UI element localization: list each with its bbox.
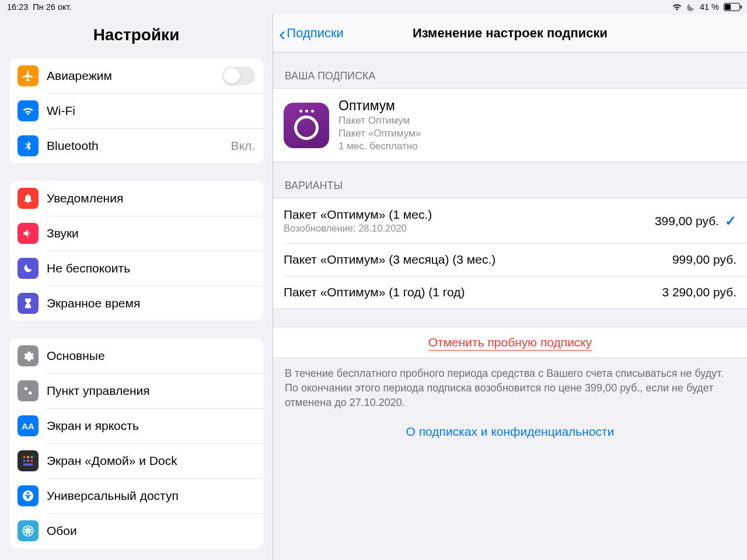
option-price: 3 290,00 руб. (662, 285, 736, 299)
aa-icon: AA (18, 415, 39, 436)
bell-icon (18, 188, 39, 209)
subscription-line3: 1 мес. бесплатно (338, 141, 421, 152)
sidebar-item-label: Bluetooth (47, 139, 99, 153)
option-row[interactable]: Пакет «Оптимум» (1 год) (1 год)3 290,00 … (273, 276, 747, 309)
cancel-panel: Отменить пробную подписку (273, 327, 747, 358)
cancel-trial-button[interactable]: Отменить пробную подписку (428, 335, 592, 351)
svg-rect-4 (31, 456, 33, 459)
sidebar-item-label: Уведомления (47, 191, 123, 205)
sidebar-item-label: Экранное время (47, 296, 140, 310)
sidebar-item-bell[interactable]: Уведомления (9, 181, 263, 216)
sidebar-item-detail: Вкл. (231, 139, 255, 153)
sidebar-item-speaker[interactable]: Звуки (9, 216, 263, 251)
sidebar-item-label: Экран и яркость (47, 419, 139, 433)
wifi-icon (18, 100, 39, 121)
moon-icon (18, 258, 39, 279)
speaker-icon (18, 223, 39, 244)
status-time: 16:23 (7, 2, 28, 12)
sidebar-item-flower[interactable]: Обои (9, 513, 263, 548)
footer-note: В течение бесплатного пробного периода с… (273, 358, 747, 411)
option-title: Пакет «Оптимум» (1 мес.) (284, 208, 432, 222)
gear-icon (18, 345, 39, 366)
checkmark-icon: ✓ (725, 213, 736, 229)
chevron-left-icon: ‹ (279, 23, 285, 43)
option-subtitle: Возобновление: 28.10.2020 (284, 223, 432, 234)
option-price: 999,00 руб. (672, 253, 736, 267)
subscription-line2: Пакет «Оптимум» (338, 128, 421, 139)
section-your-subscription: ВАША ПОДПИСКА (273, 52, 747, 88)
svg-rect-8 (23, 464, 33, 466)
svg-rect-2 (23, 456, 26, 459)
sidebar-item-grid[interactable]: Экран «Домой» и Dock (9, 443, 263, 478)
svg-rect-1 (29, 391, 32, 395)
back-button[interactable]: ‹ Подписки (273, 23, 344, 43)
subscription-name: Оптимум (338, 98, 421, 114)
sidebar-item-label: Пункт управления (47, 384, 150, 398)
section-options: ВАРИАНТЫ (273, 162, 747, 198)
option-title: Пакет «Оптимум» (3 месяца) (3 мес.) (284, 253, 495, 267)
airplane-toggle[interactable] (222, 66, 255, 85)
subscription-panel: Оптимум Пакет Оптимум Пакет «Оптимум» 1 … (273, 88, 747, 162)
subscription-line1: Пакет Оптимум (338, 115, 421, 127)
airplane-icon (18, 65, 39, 86)
sliders-icon (18, 380, 39, 401)
sidebar-item-hourglass[interactable]: Экранное время (9, 286, 263, 321)
option-price: 399,00 руб. (655, 214, 719, 228)
svg-rect-3 (27, 456, 29, 459)
sidebar-item-gear[interactable]: Основные (9, 338, 263, 373)
battery-pct: 41 % (700, 2, 719, 12)
sidebar-item-aa[interactable]: AAЭкран и яркость (9, 408, 263, 443)
flower-icon (18, 520, 39, 541)
svg-rect-5 (23, 460, 26, 462)
wifi-icon (672, 3, 682, 11)
sidebar-item-wifi[interactable]: Wi-Fi (9, 93, 263, 128)
sidebar-item-sliders[interactable]: Пункт управления (9, 373, 263, 408)
option-row[interactable]: Пакет «Оптимум» (3 месяца) (3 мес.)999,0… (273, 243, 747, 276)
sidebar-item-access[interactable]: Универсальный доступ (9, 478, 263, 513)
svg-rect-0 (25, 387, 28, 391)
moon-icon (687, 3, 695, 11)
bluetooth-icon (18, 135, 39, 156)
access-icon (18, 485, 39, 506)
sidebar-item-label: Wi-Fi (47, 104, 75, 118)
app-icon (284, 103, 329, 148)
svg-rect-7 (31, 460, 33, 462)
page-title: Изменение настроек подписки (273, 26, 747, 41)
sidebar-item-label: Экран «Домой» и Dock (47, 454, 177, 468)
content-pane: ‹ Подписки Изменение настроек подписки В… (273, 14, 747, 560)
sidebar-item-label: Универсальный доступ (47, 489, 179, 503)
subscription-row[interactable]: Оптимум Пакет Оптимум Пакет «Оптимум» 1 … (273, 89, 747, 162)
sidebar-item-airplane[interactable]: Авиарежим (9, 58, 263, 93)
privacy-link[interactable]: О подписках и конфиденциальности (406, 425, 615, 438)
sidebar-item-bluetooth[interactable]: BluetoothВкл. (9, 128, 263, 163)
settings-sidebar: Настройки АвиарежимWi-FiBluetoothВкл.Уве… (0, 14, 273, 560)
sidebar-title: Настройки (0, 14, 273, 58)
options-panel: Пакет «Оптимум» (1 мес.)Возобновление: 2… (273, 198, 747, 309)
svg-point-10 (27, 492, 29, 495)
hourglass-icon (18, 293, 39, 314)
sidebar-item-moon[interactable]: Не беспокоить (9, 251, 263, 286)
sidebar-item-label: Основные (47, 349, 105, 363)
svg-point-11 (26, 529, 30, 533)
option-title: Пакет «Оптимум» (1 год) (1 год) (284, 285, 465, 299)
status-date: Пн 26 окт. (33, 2, 71, 12)
back-label: Подписки (287, 26, 344, 41)
option-row[interactable]: Пакет «Оптимум» (1 мес.)Возобновление: 2… (273, 198, 747, 243)
sidebar-item-label: Не беспокоить (47, 261, 130, 275)
sidebar-item-label: Обои (47, 524, 77, 538)
svg-rect-6 (27, 460, 29, 462)
status-bar: 16:23 Пн 26 окт. 41 % (0, 0, 747, 14)
nav-bar: ‹ Подписки Изменение настроек подписки (273, 14, 747, 52)
battery-icon (724, 3, 740, 11)
sidebar-item-label: Авиарежим (47, 69, 112, 83)
sidebar-item-label: Звуки (47, 226, 79, 240)
grid-icon (18, 450, 39, 471)
